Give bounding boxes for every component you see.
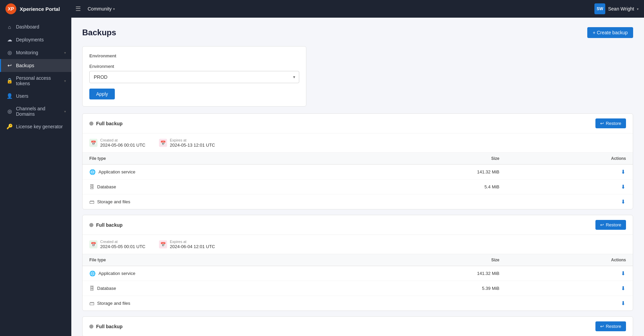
sidebar-item-channels-and-domains[interactable]: ◎ Channels and Domains ▾: [0, 102, 71, 120]
created-at-info: Created at 2024-05-05 00:01 UTC: [100, 240, 145, 249]
expires-at-value: 2024-06-04 12:01 UTC: [170, 244, 215, 249]
database-icon: 🗄: [89, 184, 94, 190]
file-name-cell: 🗃 Storage and files: [83, 194, 347, 209]
created-at-value: 2024-05-05 00:01 UTC: [100, 244, 145, 249]
user-avatar: SW: [594, 3, 605, 14]
expires-icon: 📅: [159, 139, 167, 147]
restore-label: Restore: [606, 222, 621, 227]
download-button[interactable]: ⬇: [620, 198, 626, 206]
sidebar-item-label: License key generator: [16, 124, 66, 129]
file-name: Application service: [99, 169, 135, 174]
environment-select[interactable]: PROD DEV STAGE: [89, 71, 299, 83]
globe-icon: 🌐: [89, 270, 96, 277]
user-chevron-icon: ▾: [637, 7, 639, 11]
restore-icon: ↩: [600, 324, 604, 329]
community-chevron-icon: ▾: [113, 7, 115, 11]
user-menu[interactable]: SW Sean Wright ▾: [594, 3, 639, 14]
monitoring-icon: ◎: [6, 50, 13, 56]
sidebar-item-label: Channels and Domains: [16, 106, 61, 117]
created-at-label: Created at: [100, 138, 145, 142]
expand-icon: ▾: [64, 110, 66, 113]
file-size: [347, 194, 506, 209]
download-button[interactable]: ⬇: [620, 269, 626, 277]
download-button[interactable]: ⬇: [620, 168, 626, 176]
sidebar-item-license-key-generator[interactable]: 🔑 License key generator: [0, 120, 71, 133]
file-actions: ⬇: [506, 266, 633, 281]
restore-label: Restore: [606, 324, 621, 329]
sidebar-item-dashboard[interactable]: ⌂ Dashboard: [0, 20, 71, 33]
create-backup-button[interactable]: + Create backup: [587, 27, 633, 38]
table-row: 🗃 Storage and files ⬇: [83, 194, 633, 209]
file-actions: ⬇: [506, 194, 633, 209]
table-row: 🗄 Database 5.4 MiB ⬇: [83, 180, 633, 194]
backup-type-label: Full backup: [96, 324, 123, 329]
main-content: Backups + Create backup Environment Envi…: [71, 18, 644, 336]
expires-at-info: Expires at 2024-05-13 12:01 UTC: [170, 138, 215, 148]
file-table: File type Size Actions 🌐 Application ser…: [83, 153, 633, 209]
backup-card-header: Full backup ↩ Restore: [83, 114, 633, 133]
file-size: 5.4 MiB: [347, 180, 506, 194]
actions-header: Actions: [506, 153, 633, 165]
expires-icon: 📅: [159, 240, 167, 248]
file-type-header: File type: [83, 153, 347, 165]
sidebar-item-personal-access-tokens[interactable]: 🔒 Personal access tokens ▾: [0, 72, 71, 90]
app-title: Xperience Portal: [20, 6, 60, 12]
backup-card: Full backup ↩ Restore: [82, 316, 633, 336]
sidebar-item-label: Monitoring: [16, 50, 61, 55]
created-at: 📅 Created at 2024-05-05 00:01 UTC: [89, 240, 145, 249]
restore-icon: ↩: [600, 121, 604, 126]
created-at: 📅 Created at 2024-05-06 00:01 UTC: [89, 138, 145, 148]
channels-icon: ◎: [6, 108, 13, 114]
restore-button[interactable]: ↩ Restore: [595, 220, 626, 230]
topbar: XP Xperience Portal ☰ Community ▾ SW Sea…: [0, 0, 644, 18]
restore-button[interactable]: ↩ Restore: [595, 321, 626, 331]
backup-type-label: Full backup: [96, 222, 123, 228]
table-row: 🌐 Application service 141.32 MiB ⬇: [83, 165, 633, 180]
file-name: Database: [97, 286, 116, 291]
storage-icon: 🗃: [89, 199, 94, 205]
backup-title: Full backup: [89, 324, 123, 329]
sidebar-item-monitoring[interactable]: ◎ Monitoring ▾: [0, 46, 71, 59]
sidebar-item-label: Personal access tokens: [16, 75, 61, 86]
filter-card: Environment Environment PROD DEV STAGE ▾…: [82, 46, 306, 107]
hamburger-icon[interactable]: ☰: [75, 5, 81, 13]
file-table: File type Size Actions 🌐 Application ser…: [83, 254, 633, 311]
lock-icon: 🔒: [6, 78, 13, 84]
backup-card: Full backup ↩ Restore 📅 Created at 2024-…: [82, 215, 633, 311]
table-row: 🌐 Application service 141.32 MiB ⬇: [83, 266, 633, 281]
sidebar-item-users[interactable]: 👤 Users: [0, 90, 71, 102]
actions-header: Actions: [506, 254, 633, 266]
sidebar-item-label: Dashboard: [16, 24, 66, 30]
apply-button[interactable]: Apply: [89, 89, 115, 99]
sidebar-item-backups[interactable]: ↩ Backups: [0, 59, 71, 72]
sidebar-item-deployments[interactable]: ☁ Deployments: [0, 33, 71, 46]
file-type-header: File type: [83, 254, 347, 266]
download-button[interactable]: ⬇: [620, 183, 626, 191]
deployments-icon: ☁: [6, 37, 13, 43]
created-icon: 📅: [89, 240, 97, 248]
size-header: Size: [347, 153, 506, 165]
page-header: Backups + Create backup: [82, 27, 633, 38]
file-actions: ⬇: [506, 281, 633, 296]
download-button[interactable]: ⬇: [620, 299, 626, 307]
expires-at-value: 2024-05-13 12:01 UTC: [170, 143, 215, 148]
file-name-cell: 🗄 Database: [83, 281, 347, 296]
expires-at-label: Expires at: [170, 138, 215, 142]
file-actions: ⬇: [506, 165, 633, 180]
download-button[interactable]: ⬇: [620, 284, 626, 292]
file-name-cell: 🗃 Storage and files: [83, 296, 347, 311]
community-selector[interactable]: Community ▾: [88, 6, 115, 12]
backup-title: Full backup: [89, 222, 123, 228]
file-name-cell: 🌐 Application service: [83, 266, 347, 281]
page-title: Backups: [82, 28, 116, 37]
file-size: 141.32 MiB: [347, 266, 506, 281]
expand-icon: ▾: [64, 51, 66, 55]
file-size: 5.39 MiB: [347, 281, 506, 296]
filter-section-title: Environment: [89, 53, 299, 58]
file-size: 141.32 MiB: [347, 165, 506, 180]
backups-icon: ↩: [6, 62, 13, 69]
expires-at-label: Expires at: [170, 240, 215, 244]
expand-icon: ▾: [64, 79, 66, 83]
sidebar-item-label: Users: [16, 93, 66, 99]
restore-button[interactable]: ↩ Restore: [595, 118, 626, 128]
